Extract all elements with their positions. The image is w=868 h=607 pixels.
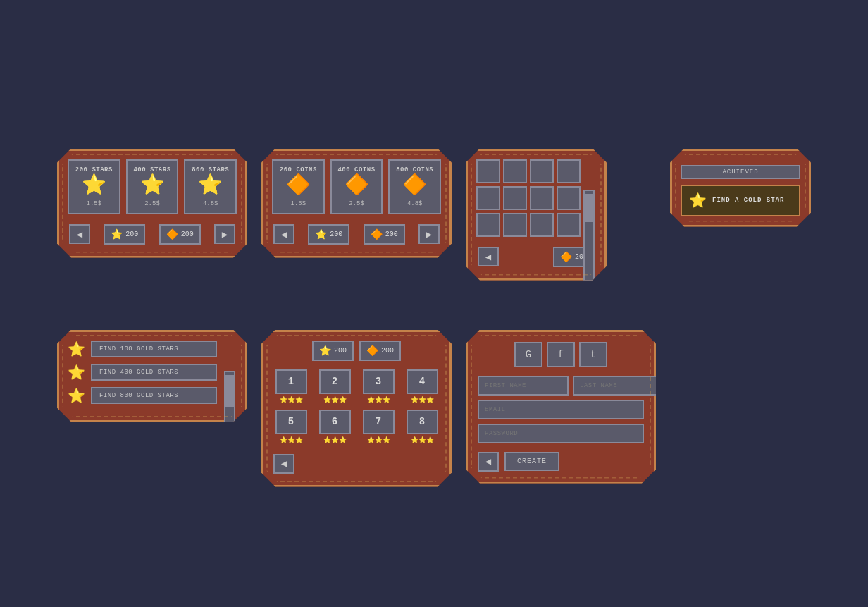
reg-name-row bbox=[478, 376, 644, 396]
shop3-cell[interactable] bbox=[476, 159, 500, 183]
shop2-item-2[interactable]: 400 COINS 🔶 2.5$ bbox=[330, 159, 383, 214]
reg-create-btn[interactable]: CREATE bbox=[504, 452, 559, 471]
level-item-5[interactable]: 5 ⭐⭐⭐ bbox=[272, 410, 310, 444]
shop2-item-1-price: 1.5$ bbox=[291, 200, 306, 207]
shop1-currency-row: ◀ ⭐ 200 🔶 200 ▶ bbox=[68, 221, 237, 247]
levels-coins-count: 200 bbox=[381, 347, 394, 355]
shop1-item-2-label: 400 STARS bbox=[133, 166, 170, 173]
level-stars-7: ⭐⭐⭐ bbox=[367, 436, 390, 444]
levels-coins-badge: 🔶 200 bbox=[359, 341, 401, 361]
level-item-2[interactable]: 2 ⭐⭐⭐ bbox=[316, 369, 354, 404]
shop2-item-3[interactable]: 800 COINS 🔶 4.8$ bbox=[388, 159, 441, 214]
shop1-coins-count: 200 bbox=[181, 231, 194, 238]
scroll-thumb bbox=[585, 194, 593, 222]
reg-twitter-btn[interactable]: t bbox=[579, 342, 607, 367]
level-item-3[interactable]: 3 ⭐⭐⭐ bbox=[359, 369, 397, 404]
shop3-cell[interactable] bbox=[503, 213, 527, 237]
shop2-item-3-label: 800 COINS bbox=[396, 166, 433, 173]
shop1-item-1-label: 200 STARS bbox=[75, 166, 113, 173]
shop1-item-1[interactable]: 200 STARS ⭐ 1.5$ bbox=[68, 159, 120, 214]
shop3-cell[interactable] bbox=[476, 213, 500, 237]
shop3-cell[interactable] bbox=[557, 159, 581, 183]
level-item-8[interactable]: 8 ⭐⭐⭐ bbox=[403, 410, 441, 444]
level-stars-3: ⭐⭐⭐ bbox=[367, 396, 390, 404]
coin-icon: 🔶 bbox=[366, 345, 378, 357]
level-item-4[interactable]: 4 ⭐⭐⭐ bbox=[403, 369, 441, 404]
achievement-star-icon: ⭐ bbox=[68, 341, 85, 358]
achievements-title: Achievements bbox=[97, 305, 209, 329]
shop3-prev-btn[interactable]: ◀ bbox=[478, 247, 499, 266]
level-item-1[interactable]: 1 ⭐⭐⭐ bbox=[272, 369, 310, 404]
shop1-item-3[interactable]: 800 STARS ⭐ 4.8$ bbox=[184, 159, 237, 214]
achievement-label-1: FIND 100 GOLD STARS bbox=[91, 341, 217, 357]
levels-stars-badge: ⭐ 200 bbox=[312, 341, 354, 361]
notification-title: Notification bbox=[672, 124, 784, 148]
level-item-6[interactable]: 6 ⭐⭐⭐ bbox=[316, 410, 354, 444]
shop2-item-1-icon: 🔶 bbox=[286, 176, 311, 196]
level-number-4: 4 bbox=[407, 369, 438, 394]
reg-password-input[interactable] bbox=[478, 424, 644, 443]
shop3-cell[interactable] bbox=[530, 186, 554, 210]
shop2-item-3-price: 4.8$ bbox=[407, 200, 423, 207]
coin-icon: 🔶 bbox=[166, 228, 178, 240]
achievement-star-icon: ⭐ bbox=[68, 364, 85, 381]
achievement-item-1: ⭐ FIND 100 GOLD STARS bbox=[68, 341, 217, 358]
shop3-cell[interactable] bbox=[557, 186, 581, 210]
shop1-coins-badge: 🔶 200 bbox=[159, 224, 201, 245]
shop2-stars-count: 200 bbox=[330, 231, 342, 238]
notif-achievement-text: FIND A GOLD STAR bbox=[712, 197, 784, 204]
shop2-item-1[interactable]: 200 COINS 🔶 1.5$ bbox=[272, 159, 325, 214]
shop3-cell[interactable] bbox=[476, 186, 500, 210]
star-icon: ⭐ bbox=[319, 345, 331, 357]
shop2-coins-count: 200 bbox=[385, 231, 398, 238]
reg-firstname-input[interactable] bbox=[478, 376, 569, 396]
reg-facebook-btn[interactable]: f bbox=[547, 342, 575, 367]
notif-achievement: ⭐ FIND A GOLD STAR bbox=[681, 185, 800, 216]
shop3-cell[interactable] bbox=[503, 186, 527, 210]
reg-prev-btn[interactable]: ◀ bbox=[478, 452, 499, 472]
shop1-item-2[interactable]: 400 STARS ⭐ 2.5$ bbox=[126, 159, 179, 214]
achievements-scrollbar[interactable] bbox=[224, 371, 235, 484]
shop3-panel: Shop ◀ 🔶 200 bbox=[466, 149, 607, 281]
level-stars-5: ⭐⭐⭐ bbox=[280, 436, 303, 444]
notification-panel: Notification ACHIEVED ⭐ FIND A GOLD STAR bbox=[670, 149, 811, 227]
levels-title: Levels bbox=[321, 305, 392, 329]
reg-email-input[interactable] bbox=[478, 400, 644, 419]
shop1-item-2-price: 2.5$ bbox=[144, 200, 160, 207]
notif-star-icon: ⭐ bbox=[689, 192, 707, 209]
achievement-list: ⭐ FIND 100 GOLD STARS ⭐ FIND 400 GOLD ST… bbox=[68, 341, 237, 405]
registration-title: Registration bbox=[505, 305, 617, 329]
shop1-item-2-icon: ⭐ bbox=[140, 176, 165, 196]
shop3-cell[interactable] bbox=[530, 159, 554, 183]
shop3-cell[interactable] bbox=[530, 213, 554, 237]
shop1-item-1-price: 1.5$ bbox=[87, 200, 102, 207]
shop2-panel: Shop 200 COINS 🔶 1.5$ 400 COINS 🔶 2.5$ 8… bbox=[261, 149, 452, 258]
level-number-7: 7 bbox=[363, 410, 395, 434]
shop2-item-1-label: 200 COINS bbox=[280, 166, 317, 173]
reg-google-btn[interactable]: G bbox=[514, 342, 542, 367]
shop1-next-btn[interactable]: ▶ bbox=[214, 224, 235, 244]
reg-lastname-input[interactable] bbox=[573, 376, 664, 396]
shop3-scrollbar[interactable] bbox=[583, 190, 595, 281]
levels-prev-btn[interactable]: ◀ bbox=[273, 454, 294, 474]
levels-panel: Levels ⭐ 200 🔶 200 1 ⭐⭐⭐ 2 ⭐⭐⭐ 3 ⭐⭐⭐ bbox=[261, 330, 452, 487]
level-stars-1: ⭐⭐⭐ bbox=[280, 396, 303, 404]
shop2-coins-badge: 🔶 200 bbox=[364, 224, 405, 245]
shop2-item-2-icon: 🔶 bbox=[345, 176, 369, 196]
achievement-label-3: FIND 800 GOLD STARS bbox=[91, 387, 217, 404]
shop1-item-1-icon: ⭐ bbox=[82, 176, 106, 196]
shop2-items: 200 COINS 🔶 1.5$ 400 COINS 🔶 2.5$ 800 CO… bbox=[272, 159, 441, 214]
shop2-next-btn[interactable]: ▶ bbox=[418, 224, 440, 244]
shop3-cell[interactable] bbox=[503, 159, 527, 183]
level-item-7[interactable]: 7 ⭐⭐⭐ bbox=[359, 410, 397, 444]
shop1-item-3-label: 800 STARS bbox=[192, 166, 229, 173]
registration-panel: Registration G f t ◀ CREATE bbox=[466, 330, 656, 484]
shop2-prev-btn[interactable]: ◀ bbox=[273, 224, 294, 244]
shop1-prev-btn[interactable]: ◀ bbox=[69, 224, 90, 244]
shop2-stars-badge: ⭐ 200 bbox=[308, 224, 349, 245]
levels-stars-count: 200 bbox=[334, 347, 347, 355]
star-icon: ⭐ bbox=[111, 228, 123, 240]
achievement-item-3: ⭐ FIND 800 GOLD STARS bbox=[68, 387, 217, 405]
shop1-stars-count: 200 bbox=[125, 231, 138, 238]
shop3-cell[interactable] bbox=[557, 213, 581, 237]
